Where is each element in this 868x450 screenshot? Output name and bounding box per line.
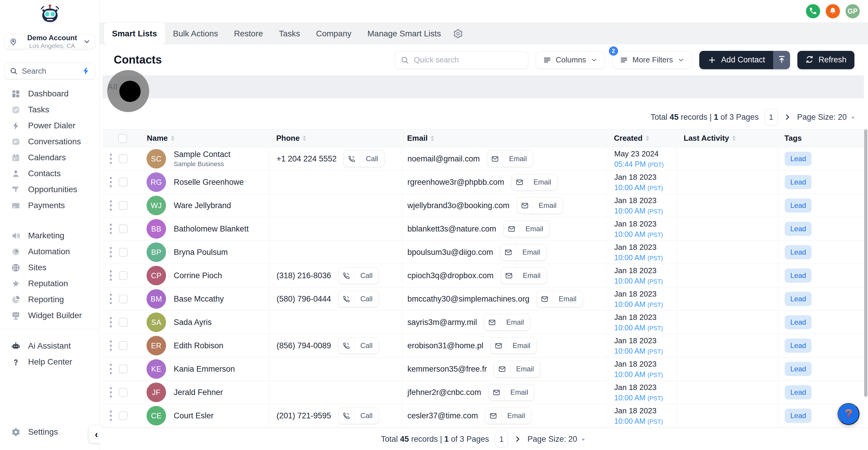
sidebar-item-widget-builder[interactable]: Widget Builder	[0, 308, 99, 324]
row-checkbox[interactable]	[119, 224, 128, 233]
quick-search-input[interactable]	[414, 55, 523, 64]
drag-handle-icon[interactable]	[109, 339, 113, 352]
email-button[interactable]: Email	[536, 291, 583, 307]
row-checkbox[interactable]	[119, 294, 128, 303]
drag-handle-icon[interactable]	[109, 363, 113, 375]
tab-smart-lists[interactable]: Smart Lists	[104, 23, 165, 44]
drag-handle-icon[interactable]	[109, 292, 113, 305]
contact-name-link[interactable]: Jerald Fehner	[174, 388, 223, 397]
sidebar-item-automation[interactable]: Automation	[0, 244, 99, 260]
sidebar-item-marketing[interactable]: Marketing	[0, 228, 99, 244]
tag-badge[interactable]: Lead	[785, 409, 812, 423]
more-filters-button[interactable]: 2 More Filters	[613, 51, 692, 69]
contact-name-link[interactable]: Ware Jellybrand	[174, 201, 231, 210]
sidebar-item-tasks[interactable]: Tasks	[0, 102, 99, 118]
sort-icon[interactable]	[732, 135, 736, 141]
sidebar-item-payments[interactable]: Payments	[0, 197, 99, 214]
tag-badge[interactable]: Lead	[785, 152, 812, 166]
tag-badge[interactable]: Lead	[785, 315, 812, 329]
tag-badge[interactable]: Lead	[785, 175, 812, 189]
account-switcher[interactable]: Demo Account Los Angeles, CA	[4, 34, 95, 49]
email-button[interactable]: Email	[487, 150, 533, 167]
column-header-phone[interactable]: Phone	[269, 134, 402, 143]
email-button[interactable]: Email	[503, 221, 550, 237]
tag-badge[interactable]: Lead	[785, 198, 812, 213]
sort-icon[interactable]	[171, 135, 175, 141]
tag-badge[interactable]: Lead	[785, 339, 812, 353]
row-checkbox[interactable]	[119, 248, 128, 257]
row-checkbox[interactable]	[119, 271, 128, 280]
sort-icon[interactable]	[303, 135, 306, 141]
contact-name-link[interactable]: Kania Emmerson	[174, 365, 235, 374]
email-button[interactable]: Email	[485, 407, 531, 424]
drag-handle-icon[interactable]	[109, 409, 113, 422]
row-checkbox[interactable]	[119, 154, 128, 163]
contact-name-link[interactable]: Roselle Greenhowe	[174, 178, 244, 187]
drag-handle-icon[interactable]	[109, 222, 113, 235]
next-page-button[interactable]	[783, 113, 791, 121]
email-button[interactable]: Email	[517, 197, 563, 214]
search-input[interactable]	[22, 66, 81, 76]
contact-name-link[interactable]: Batholomew Blankett	[174, 224, 249, 233]
sidebar-item-contacts[interactable]: Contacts	[0, 166, 99, 181]
call-button[interactable]: Call	[338, 337, 379, 354]
page-size-select[interactable]: Page Size: 20	[797, 113, 856, 122]
drag-handle-icon[interactable]	[109, 176, 113, 189]
row-checkbox[interactable]	[119, 365, 128, 373]
tab-bulk-actions[interactable]: Bulk Actions	[165, 23, 226, 44]
contact-name-link[interactable]: Sample Contact	[174, 150, 230, 159]
page-size-select[interactable]: Page Size: 20	[527, 434, 586, 444]
call-button[interactable]: Call	[338, 291, 379, 307]
contact-name-link[interactable]: Bryna Poulsum	[174, 248, 228, 257]
drag-handle-icon[interactable]	[109, 152, 113, 165]
row-checkbox[interactable]	[119, 178, 128, 187]
column-header-created[interactable]: Created	[606, 134, 677, 143]
sidebar-item-dashboard[interactable]: Dashboard	[0, 86, 99, 102]
call-button[interactable]: Call	[344, 150, 384, 167]
sidebar-item-reputation[interactable]: Reputation	[0, 276, 99, 291]
drag-handle-icon[interactable]	[109, 269, 113, 282]
tag-badge[interactable]: Lead	[785, 269, 812, 283]
next-page-button[interactable]	[514, 435, 522, 443]
sidebar-item-ai-assistant[interactable]: Ai Assistant	[0, 338, 99, 354]
columns-button[interactable]: Columns	[536, 51, 605, 69]
tab-tasks[interactable]: Tasks	[271, 23, 308, 44]
contact-name-link[interactable]: Sada Ayris	[174, 318, 212, 327]
email-button[interactable]: Email	[494, 361, 540, 377]
tab-manage-smart-lists[interactable]: Manage Smart Lists	[360, 23, 449, 44]
email-button[interactable]: Email	[484, 314, 530, 331]
email-button[interactable]: Email	[512, 174, 557, 190]
row-checkbox[interactable]	[119, 411, 128, 420]
tab-restore[interactable]: Restore	[226, 23, 271, 44]
sidebar-item-settings[interactable]: Settings	[11, 427, 58, 437]
tag-badge[interactable]: Lead	[785, 245, 812, 259]
call-button[interactable]: Call	[338, 267, 379, 284]
sort-icon[interactable]	[646, 135, 649, 141]
user-avatar[interactable]: GP	[845, 4, 860, 18]
contact-name-link[interactable]: Base Mccathy	[174, 294, 224, 304]
add-contact-button[interactable]: Add Contact	[699, 51, 773, 69]
row-checkbox[interactable]	[119, 388, 128, 397]
sidebar-item-sites[interactable]: Sites	[0, 260, 99, 276]
help-bubble-button[interactable]: ?	[838, 403, 860, 425]
drag-handle-icon[interactable]	[109, 386, 113, 399]
tag-badge[interactable]: Lead	[785, 292, 812, 306]
email-button[interactable]: Email	[488, 384, 534, 401]
email-button[interactable]: Email	[490, 337, 536, 354]
contact-name-link[interactable]: Corrine Pioch	[174, 271, 222, 280]
page-number-box[interactable]: 1	[495, 431, 508, 447]
email-button[interactable]: Email	[500, 244, 546, 260]
refresh-button[interactable]: Refresh	[797, 51, 855, 69]
tag-badge[interactable]: Lead	[785, 362, 812, 376]
column-header-last-activity[interactable]: Last Activity	[677, 134, 778, 143]
sort-icon[interactable]	[430, 135, 434, 141]
row-checkbox[interactable]	[119, 341, 128, 350]
tag-badge[interactable]: Lead	[785, 385, 812, 399]
select-all-checkbox[interactable]	[118, 134, 127, 143]
smart-lists-settings-gear-icon[interactable]	[449, 23, 467, 44]
tag-badge[interactable]: Lead	[785, 222, 812, 236]
dialer-button[interactable]	[806, 4, 820, 18]
notifications-button[interactable]	[826, 4, 840, 18]
email-button[interactable]: Email	[501, 267, 547, 284]
contact-name-link[interactable]: Court Esler	[174, 411, 214, 420]
